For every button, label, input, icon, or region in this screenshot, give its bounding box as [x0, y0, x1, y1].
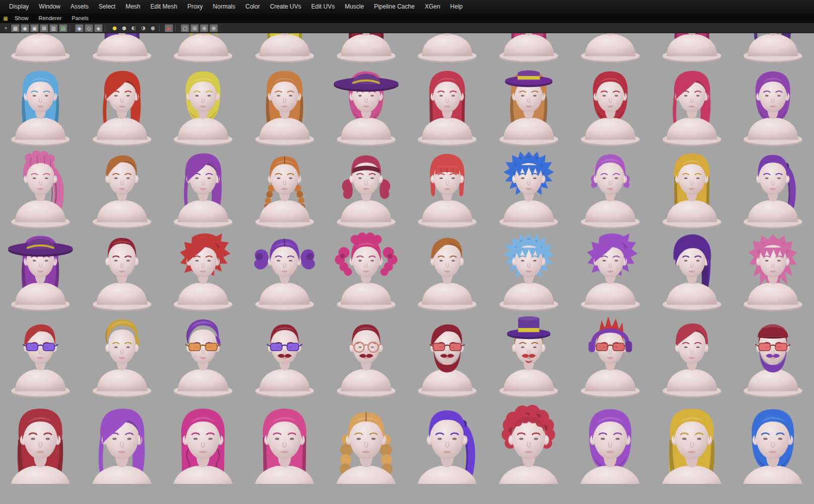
bust-r1-c2[interactable]	[82, 63, 163, 148]
panel-menu-show[interactable]: Show	[10, 14, 34, 23]
snap-grid-icon[interactable]: ▦	[11, 24, 20, 32]
bust-r0-c6[interactable]	[407, 33, 488, 63]
bust-r2-c6[interactable]	[407, 146, 488, 230]
bust-r5-c3[interactable]	[163, 399, 244, 484]
bust-r0-c2[interactable]	[82, 33, 163, 63]
select-object-icon[interactable]: ▶	[165, 24, 173, 32]
menu-window[interactable]: Window	[34, 0, 65, 14]
bust-r3-c10[interactable]	[732, 228, 814, 313]
collapse-icon[interactable]: »	[2, 24, 10, 32]
input-history-icon[interactable]: ◆	[75, 24, 84, 32]
menu-proxy[interactable]: Proxy	[182, 0, 208, 14]
bust-r2-c5[interactable]	[326, 146, 407, 230]
bust-r0-c1[interactable]	[0, 33, 82, 63]
bust-r3-c5[interactable]	[326, 228, 407, 313]
bust-r2-c8[interactable]	[570, 146, 651, 230]
bust-r3-c6[interactable]	[407, 228, 488, 313]
bust-r4-c8[interactable]	[570, 315, 651, 399]
bust-r1-c8[interactable]	[570, 63, 651, 148]
bust-r5-c4[interactable]	[244, 399, 326, 484]
bust-r2-c1[interactable]	[0, 146, 82, 230]
bust-r0-c5[interactable]	[326, 33, 407, 63]
bust-r5-c9[interactable]	[651, 399, 733, 484]
menu-edit-uvs[interactable]: Edit UVs	[306, 0, 340, 14]
bust-r4-c7[interactable]	[488, 315, 570, 399]
menu-xgen[interactable]: XGen	[420, 0, 446, 14]
bust-r2-c7[interactable]	[488, 146, 570, 230]
viewport[interactable]	[0, 33, 814, 504]
bust-r2-c2[interactable]	[82, 146, 163, 230]
bust-r4-c3[interactable]	[163, 315, 244, 399]
menu-pipeline-cache[interactable]: Pipeline Cache	[369, 0, 420, 14]
snap-curve-icon[interactable]: ◉	[21, 24, 29, 32]
panel-menu-icon[interactable]: ▦	[2, 14, 10, 23]
bust-r1-c10[interactable]	[732, 63, 814, 148]
bust-r2-c9[interactable]	[651, 146, 733, 230]
menu-edit-mesh[interactable]: Edit Mesh	[145, 0, 182, 14]
bust-r4-c4[interactable]	[244, 315, 326, 399]
bust-r0-c10[interactable]	[732, 33, 814, 63]
make-live-icon[interactable]: ▤	[59, 24, 67, 32]
bust-r2-c3[interactable]	[163, 146, 244, 230]
isolate-icon[interactable]: ⊗	[200, 24, 208, 32]
bust-r3-c4[interactable]	[244, 228, 326, 313]
bust-r3-c8[interactable]	[570, 228, 651, 313]
menu-mesh[interactable]: Mesh	[120, 0, 145, 14]
bust-r1-c4[interactable]	[244, 63, 326, 148]
bust-r2-c10[interactable]	[732, 146, 814, 230]
single-pane-icon[interactable]: ▢	[181, 24, 189, 32]
bust-r5-c1[interactable]	[0, 399, 82, 484]
bust-r4-c6[interactable]	[407, 315, 488, 399]
bust-r4-c5[interactable]	[326, 315, 407, 399]
wire-sphere-icon[interactable]: ◐	[129, 24, 138, 32]
menu-color[interactable]: Color	[240, 0, 265, 14]
menu-muscle[interactable]: Muscle	[340, 0, 369, 14]
shaded-sphere-icon[interactable]: ●	[120, 24, 128, 32]
snap-view-icon[interactable]: ⊠	[40, 24, 48, 32]
bust-r3-c2[interactable]	[82, 228, 163, 313]
share-icon[interactable]: ⊕	[209, 24, 218, 32]
snap-point-icon[interactable]: ▣	[30, 24, 39, 32]
bust-r1-c3[interactable]	[163, 63, 244, 148]
bust-r5-c2[interactable]	[82, 399, 163, 484]
bust-r1-c9[interactable]	[651, 63, 733, 148]
textured-sphere-icon[interactable]: ◑	[139, 24, 147, 32]
menu-help[interactable]: Help	[445, 0, 468, 14]
light-sphere-icon[interactable]: ●	[149, 24, 157, 32]
bust-r0-c7[interactable]	[488, 33, 570, 63]
menu-display[interactable]: Display	[4, 0, 34, 14]
bust-r3-c3[interactable]	[163, 228, 244, 313]
bust-r1-c1[interactable]	[0, 63, 82, 148]
bust-r5-c7[interactable]	[488, 399, 570, 484]
bust-r5-c5[interactable]	[326, 399, 407, 484]
bust-r4-c2[interactable]	[82, 315, 163, 399]
highlight-sphere-icon[interactable]: ●	[110, 24, 119, 32]
menu-select[interactable]: Select	[94, 0, 120, 14]
texture-display-icon[interactable]: ◈	[94, 24, 103, 32]
menu-create-uvs[interactable]: Create UVs	[265, 0, 306, 14]
bust-r4-c9[interactable]	[651, 315, 733, 399]
four-pane-icon[interactable]: ⊞	[190, 24, 199, 32]
bust-r3-c1[interactable]	[0, 228, 82, 313]
bust-r1-c5[interactable]	[326, 63, 407, 148]
bust-r5-c6[interactable]	[407, 399, 488, 484]
panel-menu-panels[interactable]: Panels	[66, 14, 94, 23]
bust-r0-c3[interactable]	[163, 33, 244, 63]
bust-r0-c4[interactable]	[244, 33, 326, 63]
menu-assets[interactable]: Assets	[65, 0, 94, 14]
bust-r3-c7[interactable]	[488, 228, 570, 313]
bust-r0-c9[interactable]	[651, 33, 733, 63]
bust-r1-c6[interactable]	[407, 63, 488, 148]
panel-menu-renderer[interactable]: Renderer	[34, 14, 67, 23]
menu-normals[interactable]: Normals	[208, 0, 241, 14]
bust-r5-c8[interactable]	[570, 399, 651, 484]
construction-history-icon[interactable]: ◇	[85, 24, 93, 32]
bust-r3-c9[interactable]	[651, 228, 733, 313]
bust-r4-c1[interactable]	[0, 315, 82, 399]
bust-r1-c7[interactable]	[488, 63, 570, 148]
bust-r4-c10[interactable]	[732, 315, 814, 399]
bust-r2-c4[interactable]	[244, 146, 326, 230]
snap-surface-icon[interactable]: ▥	[49, 24, 58, 32]
bust-r0-c8[interactable]	[570, 33, 651, 63]
bust-r5-c10[interactable]	[732, 399, 814, 484]
